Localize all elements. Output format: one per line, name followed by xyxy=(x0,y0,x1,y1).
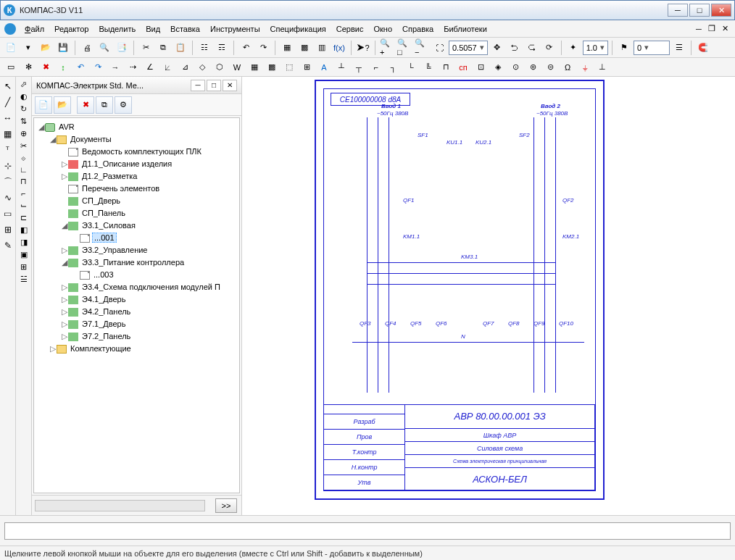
l2-7[interactable]: ⟐ xyxy=(21,154,26,162)
e-t6[interactable]: ⇢ xyxy=(125,59,141,75)
l2-4[interactable]: ⇅ xyxy=(20,117,27,126)
e-undo[interactable]: ↶ xyxy=(72,59,88,75)
tree-components[interactable]: ▷Комплектующие xyxy=(49,343,238,355)
menu-edit[interactable]: Редактор xyxy=(50,23,93,35)
l2-17[interactable]: ☱ xyxy=(20,275,28,284)
snap-button[interactable]: ✦ xyxy=(565,40,581,56)
pt-opts[interactable]: ⚙ xyxy=(115,96,132,114)
e-t31[interactable]: Ω xyxy=(560,59,576,75)
l-arc[interactable]: ⌒ xyxy=(1,175,14,188)
tree-item[interactable]: ◢Э3.3_Питание контроллера ...003 xyxy=(60,256,238,281)
l2-5[interactable]: ⊕ xyxy=(20,129,27,138)
l-line[interactable]: ╱ xyxy=(1,96,14,109)
copy-button[interactable]: ⧉ xyxy=(155,40,171,56)
scale-combo[interactable]: 1.0▾ xyxy=(583,41,608,55)
e-t12[interactable]: W xyxy=(229,59,245,75)
tree-item[interactable]: ▷Э7.1_Дверь xyxy=(60,318,238,330)
e-t16[interactable]: ⊞ xyxy=(299,59,315,75)
pt-copy[interactable]: ⧉ xyxy=(96,96,113,114)
menu-help[interactable]: Справка xyxy=(398,23,438,35)
e-t1[interactable]: ▭ xyxy=(3,59,19,75)
zoom-fit-button[interactable]: ⛶ xyxy=(431,40,447,56)
magnet-button[interactable]: 🧲 xyxy=(695,40,711,56)
save-button[interactable]: 💾 xyxy=(55,40,71,56)
panel-close-button[interactable]: ✕ xyxy=(223,80,237,91)
e-t11[interactable]: ⬡ xyxy=(212,59,228,75)
e-t30[interactable]: ⊝ xyxy=(542,59,558,75)
cut-button[interactable]: ✂ xyxy=(138,40,154,56)
new-dd[interactable]: ▾ xyxy=(20,40,36,56)
pan-button[interactable]: ✥ xyxy=(489,40,505,56)
open-button[interactable]: 📂 xyxy=(38,40,54,56)
e-t19[interactable]: ┬ xyxy=(351,59,367,75)
tree-item[interactable]: СП_Панель xyxy=(60,207,238,220)
pt-open[interactable]: 📂 xyxy=(54,96,71,114)
tree-item[interactable]: ▷Э7.2_Панель xyxy=(60,330,238,343)
go-button[interactable]: >> xyxy=(215,498,237,513)
props-button[interactable]: ☷ xyxy=(196,40,212,56)
e-t28[interactable]: ⊙ xyxy=(507,59,523,75)
zoom-out-button[interactable]: 🔍− xyxy=(414,40,430,56)
l-select[interactable]: ↖ xyxy=(1,80,14,93)
l2-9[interactable]: ⊓ xyxy=(20,177,27,186)
e-t14[interactable]: ▩ xyxy=(264,59,280,75)
e-t17[interactable]: А xyxy=(316,59,332,75)
panel-min-button[interactable]: ─ xyxy=(191,80,205,91)
tree-item-selected[interactable]: ...001 xyxy=(72,232,238,244)
l-axis[interactable]: ⊹ xyxy=(1,159,14,172)
print2-button[interactable]: 📑 xyxy=(114,40,130,56)
l2-2[interactable]: ◐ xyxy=(20,92,28,101)
l2-11[interactable]: ⌙ xyxy=(20,201,27,210)
tree-item[interactable]: ...003 xyxy=(72,269,238,281)
tree-item[interactable]: ▷Э3.4_Схема подключения модулей П xyxy=(60,281,238,293)
e-t10[interactable]: ◇ xyxy=(194,59,210,75)
close-button[interactable]: ✕ xyxy=(711,4,731,17)
zoom-in-button[interactable]: 🔍+ xyxy=(379,40,395,56)
undo-button[interactable]: ↶ xyxy=(238,40,254,56)
e-t4[interactable]: ↕ xyxy=(55,59,71,75)
l2-14[interactable]: ◨ xyxy=(20,238,28,247)
l2-12[interactable]: ⊏ xyxy=(20,213,27,222)
l-text[interactable]: ᵀ xyxy=(1,143,14,156)
tree-item[interactable]: ◢Э3.1_Силовая ...001 xyxy=(60,220,238,244)
e-t5[interactable]: → xyxy=(107,59,123,75)
lib-button[interactable]: ▦ xyxy=(279,40,295,56)
state-button[interactable]: ⚑ xyxy=(616,40,632,56)
new-button[interactable]: 📄 xyxy=(3,40,19,56)
menu-service[interactable]: Сервис xyxy=(332,23,368,35)
menu-spec[interactable]: Спецификация xyxy=(266,23,331,35)
e-t25[interactable]: сп xyxy=(455,59,471,75)
e-t26[interactable]: ⊡ xyxy=(473,59,489,75)
property-input[interactable] xyxy=(4,522,731,540)
tree-item[interactable]: ▷Э4.1_Дверь xyxy=(60,293,238,306)
help-cursor[interactable]: ⮞? xyxy=(355,40,371,56)
menu-insert[interactable]: Вставка xyxy=(166,23,204,35)
pt-del[interactable]: ✖ xyxy=(77,96,94,114)
e-t8[interactable]: ⟀ xyxy=(159,59,175,75)
maximize-button[interactable]: □ xyxy=(689,4,710,17)
menu-view[interactable]: Вид xyxy=(141,23,165,35)
e-t24[interactable]: ⊓ xyxy=(438,59,454,75)
tree-item[interactable]: ▷Д1.1_Описание изделия xyxy=(60,158,238,170)
panel-max-button[interactable]: □ xyxy=(207,80,221,91)
lib3-button[interactable]: ▥ xyxy=(314,40,330,56)
e-t29[interactable]: ⊚ xyxy=(525,59,541,75)
e-t18[interactable]: ┴ xyxy=(333,59,349,75)
l2-10[interactable]: ⌐ xyxy=(21,189,25,198)
paste-button[interactable]: 📋 xyxy=(173,40,188,56)
minimize-button[interactable]: ─ xyxy=(668,4,688,17)
e-t21[interactable]: ┐ xyxy=(386,59,402,75)
mdi-close[interactable]: ✕ xyxy=(719,24,731,34)
mdi-system-icon[interactable] xyxy=(4,23,16,35)
l2-13[interactable]: ◧ xyxy=(20,225,28,235)
pt-new[interactable]: 📄 xyxy=(35,96,52,114)
l-hatch[interactable]: ▦ xyxy=(1,128,14,141)
e-t3[interactable]: ✖ xyxy=(38,59,54,75)
var-button[interactable]: f(x) xyxy=(331,40,347,56)
e-t15[interactable]: ⬚ xyxy=(281,59,297,75)
tree-item[interactable]: СП_Дверь xyxy=(60,195,238,207)
l-spec[interactable]: ✎ xyxy=(1,239,14,252)
menu-window[interactable]: Окно xyxy=(369,23,396,35)
l2-1[interactable]: ⬀ xyxy=(20,80,27,89)
e-t2[interactable]: ✻ xyxy=(20,59,36,75)
